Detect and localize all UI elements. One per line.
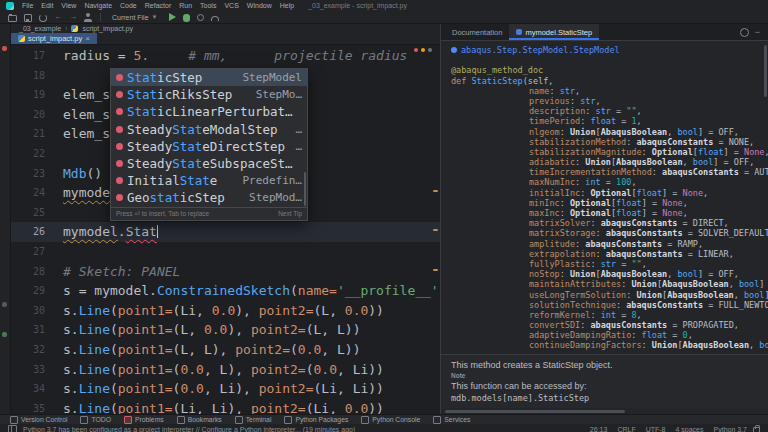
status-interpreter[interactable]: Python 3.7: [714, 426, 747, 432]
completion-item-geostaticstep[interactable]: GeostaticStepStepMod…: [111, 189, 307, 206]
toolwindow-branch[interactable]: Version Control: [10, 416, 67, 424]
method-icon: [116, 91, 123, 98]
completion-item-steadystatedirectstep[interactable]: SteadyStateDirectStep…: [111, 138, 307, 155]
method-icon: [116, 108, 123, 115]
code-line-27[interactable]: 27: [11, 242, 440, 262]
code-line-32[interactable]: 32s.Line(point1=(L, L), point2=(0.0, L)): [11, 340, 440, 360]
menu-refactor[interactable]: Refactor: [145, 0, 171, 11]
toolwindow-problems[interactable]: Problems: [124, 416, 164, 424]
code-line-28[interactable]: 28# Sketch: PANEL: [11, 262, 440, 282]
menu-help[interactable]: Help: [280, 0, 294, 11]
profiler-icon[interactable]: [211, 16, 219, 21]
method-icon: [116, 74, 123, 81]
vertical-scrollbar[interactable]: [764, 45, 767, 97]
inspections-widget[interactable]: [414, 48, 432, 52]
sync-icon[interactable]: [39, 14, 47, 22]
line-number: 35: [11, 399, 45, 414]
code-text: # Sketch: PANEL: [63, 262, 180, 282]
status-line-ending[interactable]: CRLF: [617, 426, 635, 432]
completion-item-initialstate[interactable]: InitialStatePredefin…: [111, 172, 307, 189]
doc-access-text: This function can be accessed by:: [451, 380, 758, 392]
save-all-icon[interactable]: [24, 14, 32, 22]
menu-tools[interactable]: Tools: [200, 0, 216, 11]
menu-vcs[interactable]: VCS: [224, 0, 238, 11]
code-line-26[interactable]: 26mymodel.Stat: [11, 222, 440, 242]
line-number: 20: [11, 105, 45, 125]
toolwindow-todo[interactable]: TODO: [80, 416, 111, 424]
status-caret-position[interactable]: 26:13: [590, 426, 608, 432]
toolwindow-packages[interactable]: Python Packages: [284, 416, 348, 424]
toolwindow-console[interactable]: Python Console: [361, 416, 420, 424]
menu-run[interactable]: Run: [179, 0, 192, 11]
doc-signature-param: maxNumInc: int = 100,: [451, 177, 768, 187]
code-line-31[interactable]: 31s.Line(point1=(L, 0.0), point2=(L, L)): [11, 320, 440, 340]
run-icon[interactable]: [169, 13, 176, 21]
toolwindow-terminal[interactable]: Terminal: [235, 416, 272, 424]
toolwindow-services[interactable]: Services: [433, 416, 470, 424]
status-encoding[interactable]: UTF-8: [646, 426, 666, 432]
code-line-29[interactable]: 29s = mymodel.ConstrainedSketch(name='__…: [11, 281, 440, 301]
line-number: 21: [11, 124, 45, 144]
forward-icon[interactable]: →: [69, 11, 77, 23]
completion-item-staticstep[interactable]: StaticStepStepModel: [111, 69, 307, 86]
code-line-33[interactable]: 33s.Line(point1=(0.0, L), point2=(0.0, L…: [11, 360, 440, 380]
tool-window-bar: Version ControlTODOProblemsBookmarksTerm…: [0, 414, 768, 424]
doc-breadcrumb-link[interactable]: abaqus.Step.StepModel.StepModel: [451, 45, 768, 55]
doc-signature-param: timePeriod: float = 1,: [451, 116, 768, 126]
menu-window[interactable]: Window: [247, 0, 272, 11]
menu-edit[interactable]: Edit: [41, 0, 53, 11]
code-text: s.Line(point1=(L, 0.0), point2=(L, L)): [63, 320, 360, 340]
code-text: s.Line(point1=(Li, 0.0), point2=(L, 0.0)…: [63, 301, 384, 321]
lock-icon[interactable]: [753, 427, 760, 432]
debug-icon[interactable]: [183, 14, 190, 22]
doc-panel-content[interactable]: abaqus.Step.StepModel.StepModel @abaqus_…: [441, 41, 768, 354]
bookmarks-icon: [177, 416, 185, 424]
hide-panel-icon[interactable]: −: [755, 28, 760, 37]
doc-link-text[interactable]: abaqus.Step.StepModel.StepModel: [461, 45, 620, 55]
user-icon[interactable]: [84, 13, 93, 22]
completion-item-staticlinearperturbat[interactable]: StaticLinearPerturbat…: [111, 103, 307, 120]
close-icon[interactable]: ×: [85, 35, 90, 43]
doc-signature-param: continueDampingFactors: Union[AbaqusBool…: [451, 340, 768, 350]
doc-signature-param: name: str,: [451, 86, 768, 96]
next-tip-link[interactable]: Next Tip: [278, 210, 302, 217]
code-line-35[interactable]: 35s.Line(point1=(Li, Li), point2=(Li, 0.…: [11, 399, 440, 414]
menu-view[interactable]: View: [61, 0, 76, 11]
structure-toolwindow-icon[interactable]: [2, 302, 7, 307]
code-text: s.Line(point1=(L, L), point2=(0.0, L)): [63, 340, 360, 360]
menu-file[interactable]: File: [22, 0, 33, 11]
status-message[interactable]: Python 3.7 has been configured as a proj…: [23, 426, 355, 432]
breadcrumb-file[interactable]: script_impact.py: [82, 25, 133, 32]
menu-code[interactable]: Code: [120, 0, 137, 11]
breadcrumb-project[interactable]: _03_example: [19, 25, 61, 32]
horizontal-scrollbar[interactable]: [441, 408, 768, 414]
code-line-17[interactable]: 17radius = 5. # mm, projectile radius: [11, 46, 440, 66]
text-caret: [157, 225, 159, 238]
code-line-30[interactable]: 30s.Line(point1=(Li, 0.0), point2=(L, 0.…: [11, 301, 440, 321]
doc-signature-param: minInc: Optional[float] = None,: [451, 198, 768, 208]
completion-item-steadystatesubspacest[interactable]: SteadyStateSubspaceSt…: [111, 155, 307, 172]
completion-item-staticriksstep[interactable]: StaticRiksStepStepMo…: [111, 86, 307, 103]
toolwindow-bookmarks[interactable]: Bookmarks: [177, 416, 222, 424]
gear-icon[interactable]: [740, 28, 749, 37]
menu-navigate[interactable]: Navigate: [84, 0, 112, 11]
scrollbar-thumb[interactable]: [445, 410, 625, 413]
doc-panel-tab-bar: Documentationmymodel.StaticStep−: [441, 24, 768, 41]
layout-icon[interactable]: [8, 425, 17, 432]
stripe-error-indicator[interactable]: [2, 46, 7, 51]
completion-item-steadystatemodalstep[interactable]: SteadyStateModalStep…: [111, 121, 307, 138]
doc-tab-documentation[interactable]: Documentation: [445, 24, 509, 40]
todo-icon: [80, 416, 88, 424]
tab-script-impact[interactable]: script_impact.py ×: [11, 33, 97, 44]
open-project-icon[interactable]: [8, 15, 17, 22]
back-icon[interactable]: ←: [54, 11, 62, 23]
code-line-34[interactable]: 34s.Line(point1=(0.0, Li), point2=(Li, L…: [11, 379, 440, 399]
commit-toolwindow-icon[interactable]: [2, 332, 7, 337]
run-config-selector[interactable]: Current File ▼: [108, 14, 162, 21]
pycharm-logo-icon: [6, 2, 14, 10]
doc-tab-mymodel-staticstep[interactable]: mymodel.StaticStep: [509, 24, 599, 40]
popup-scrollbar[interactable]: [304, 172, 306, 206]
coverage-icon[interactable]: [197, 14, 204, 21]
status-indent[interactable]: 4 spaces: [676, 426, 704, 432]
doc-access-code: mdb.models[name].StaticStep: [451, 392, 758, 405]
